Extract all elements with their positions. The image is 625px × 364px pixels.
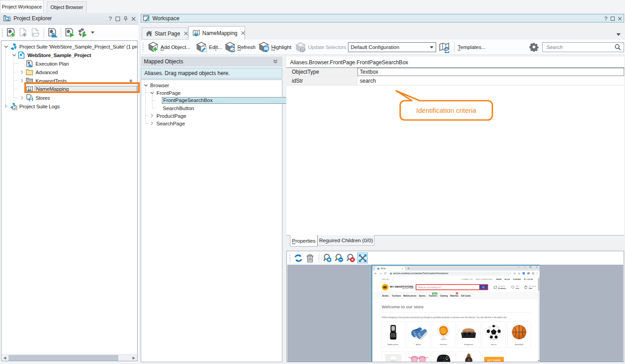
nav-4-text: Fashion [429, 295, 437, 297]
chevron-down-icon[interactable] [2, 43, 9, 50]
store-header-actions: CompareProducts WishList ShoppingCart [494, 285, 536, 289]
tab-required-children[interactable]: Required Children (0/0) [317, 235, 375, 246]
icon-graphic [192, 29, 200, 37]
tree-row-productpage[interactable]: ProductPage [141, 112, 282, 120]
configuration-combobox[interactable]: Default Configuration [348, 42, 436, 52]
tree-row-searchpage[interactable]: SearchPage [141, 120, 282, 127]
tree-row-project-suite[interactable]: Project Suite 'WebStore_Sample_Project_S… [1, 42, 137, 51]
chevron-right-icon[interactable] [148, 112, 156, 120]
add-new-item-button-disabled[interactable] [17, 27, 29, 39]
scroll-right-arrow[interactable]: ▶ [130, 355, 137, 361]
tree-guide-line [152, 108, 156, 108]
horizontal-scrollbar[interactable]: ◀ ▶ [1, 354, 137, 361]
organize-execution-plan-button[interactable] [46, 27, 58, 39]
refresh-label: Refresh [237, 44, 255, 50]
open-item-button-disabled[interactable] [29, 27, 41, 39]
run-project-suite-button[interactable] [76, 27, 89, 39]
toolbar-grip[interactable] [1, 28, 3, 37]
chevron-right-icon[interactable] [18, 69, 26, 76]
icon-graphic [143, 15, 150, 22]
icon-graphic [611, 17, 615, 21]
tree-label-searchbutton: SearchButton [162, 106, 195, 111]
project-explorer-toolbar [0, 25, 138, 40]
search-input[interactable]: Search [542, 42, 624, 52]
combobox-dropdown-icon[interactable] [428, 43, 435, 51]
tab-list-dropdown[interactable] [616, 33, 621, 36]
tree-row-frontpagesearchbox[interactable]: FrontPageSearchBox [141, 97, 282, 104]
update-selectors-button-disabled[interactable]: Update Selectors [295, 40, 346, 55]
maximize-button[interactable] [116, 17, 120, 21]
tree-row-browser[interactable]: Browser [141, 81, 282, 89]
tab-properties[interactable]: Properties [290, 235, 317, 247]
tree-row-execution-plan[interactable]: Execution Plan [1, 59, 137, 68]
zoom-in-button[interactable] [322, 253, 333, 263]
0-post-text: roperties [295, 238, 316, 244]
run-modes-dropdown[interactable] [90, 31, 95, 35]
tab-object-browser[interactable]: Object Browser [47, 1, 87, 13]
edit-button[interactable]: Edit... [196, 41, 222, 53]
icon-graphic [184, 31, 188, 36]
highlight-button[interactable]: Highlight [258, 41, 291, 53]
property-row-idstr[interactable]: idStr search [286, 76, 624, 85]
tab-start-page[interactable]: Start Page [142, 27, 188, 40]
chevron-right-icon[interactable] [148, 120, 156, 127]
watches-badge: 5 [456, 293, 458, 295]
delete-image-button[interactable] [304, 253, 315, 263]
templates-button[interactable]: Templates... [458, 40, 486, 55]
scroll-left-arrow[interactable]: ◀ [1, 355, 8, 361]
collapse-panel-icon[interactable] [273, 59, 278, 64]
run-project-button[interactable] [63, 27, 76, 39]
icon-graphic [402, 268, 404, 270]
scrollbar-thumb[interactable] [9, 355, 118, 361]
toolbar-separator [61, 28, 61, 38]
chevron-right-icon[interactable] [2, 103, 9, 110]
ball-chair-image [432, 324, 455, 341]
toolbar-grip[interactable] [289, 253, 291, 262]
fit-to-window-button[interactable] [357, 253, 368, 263]
zoom-out-button[interactable] [334, 253, 344, 263]
settings-button[interactable] [529, 42, 539, 52]
pink-sunglasses-image [407, 352, 430, 362]
refresh-image-button[interactable] [293, 253, 304, 263]
add-object-button[interactable]: Add Object... [147, 41, 190, 53]
tree-row-project[interactable]: WebStore_Sample_Project [1, 51, 137, 59]
browser-address-bar: services.smartbear.com/samples/TestCompl… [372, 271, 540, 276]
refresh-button[interactable]: Refresh [224, 41, 255, 53]
close-tab-icon[interactable] [184, 31, 188, 36]
property-value[interactable]: Textbox [357, 68, 624, 76]
tab-namemapping[interactable]: NameMapping [188, 26, 245, 40]
toolbar-grip[interactable] [142, 43, 144, 52]
close-button[interactable] [131, 17, 136, 21]
mapped-object-screenshot[interactable]: Shop [372, 265, 539, 361]
help-button[interactable]: ? [604, 15, 607, 22]
tree-row-stores[interactable]: Stores [1, 93, 137, 102]
icon-graphic [18, 27, 28, 38]
add-project-item-button[interactable] [5, 27, 17, 39]
help-button[interactable]: ? [109, 15, 112, 22]
tree-row-project-suite-logs[interactable]: Project Suite Logs [1, 102, 137, 111]
product-card-partial [432, 352, 455, 362]
chevron-down-icon[interactable] [10, 52, 18, 59]
icon-graphic [12, 54, 16, 57]
chevron-right-icon[interactable] [18, 94, 26, 102]
close-tab-icon[interactable] [241, 31, 245, 35]
caret-down-icon: ▾ [389, 279, 390, 280]
property-row-objecttype[interactable]: ObjectType Textbox [286, 68, 624, 76]
close-button[interactable] [618, 17, 622, 21]
tab-project-workspace[interactable]: Project Workspace [0, 0, 44, 13]
tree-label-frontpage: FrontPage [156, 90, 182, 96]
update-namemapping-button[interactable] [439, 42, 451, 53]
property-value[interactable]: search [357, 76, 624, 85]
zoom-reset-button[interactable] [345, 253, 356, 263]
maximize-button[interactable] [611, 17, 615, 21]
icon-graphic [18, 51, 25, 59]
tree-row-searchbutton[interactable]: SearchButton [141, 104, 282, 112]
chevron-down-icon[interactable] [142, 82, 149, 89]
product-caption: Sunglasses [457, 344, 481, 346]
tree-row-frontpage[interactable]: FrontPage [141, 89, 282, 97]
tree-row-advanced[interactable]: Advanced [1, 68, 137, 76]
lock-icon [390, 272, 392, 275]
tab-object-browser-label: Object Browser [50, 4, 83, 10]
fit-to-window-icon [358, 254, 367, 262]
pin-button[interactable] [124, 16, 128, 22]
